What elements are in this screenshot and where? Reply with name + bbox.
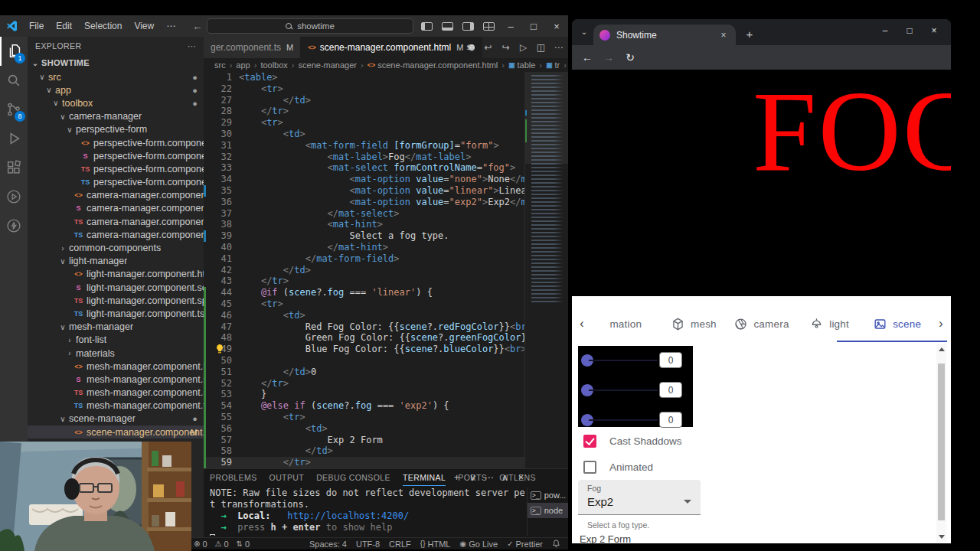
checkbox-cast-shaddows[interactable]: Cast Shaddows bbox=[583, 435, 682, 448]
close-icon[interactable]: × bbox=[514, 472, 528, 483]
minimize-button[interactable]: – bbox=[873, 21, 897, 41]
menu-view[interactable]: View bbox=[128, 21, 160, 31]
maximize-button[interactable]: □ bbox=[522, 21, 545, 32]
tree-item[interactable]: ∨toolbox● bbox=[28, 96, 204, 109]
fog-slider[interactable]: 0 bbox=[578, 412, 693, 429]
browser-tab[interactable]: Showtime × bbox=[593, 24, 736, 45]
editor-tab[interactable]: ger.component.tsM bbox=[204, 37, 301, 58]
fog-select-field[interactable]: Fog Exp2 bbox=[578, 480, 701, 515]
checkbox-unchecked-icon[interactable] bbox=[583, 461, 596, 474]
tab-search-chevron-icon[interactable]: ⌄ bbox=[578, 26, 590, 38]
scroll-up-icon[interactable] bbox=[939, 347, 945, 351]
page-scrollbar[interactable] bbox=[936, 344, 946, 543]
activity-files-icon[interactable]: 1 bbox=[0, 37, 28, 66]
editor-tab[interactable]: <>scene-manager.component.htmlM bbox=[301, 37, 482, 58]
breadcrumb-item[interactable]: src bbox=[214, 60, 226, 70]
back-icon[interactable]: ← bbox=[580, 50, 595, 65]
panel-tab-debug-console[interactable]: DEBUG CONSOLE bbox=[316, 469, 390, 486]
threejs-canvas[interactable]: FOG bbox=[572, 70, 951, 296]
menu-selection[interactable]: Selection bbox=[78, 21, 128, 31]
tree-item[interactable]: Smesh-manager.component.scss bbox=[28, 373, 204, 386]
tree-item[interactable]: TScamera-manager.component.spec.ts bbox=[28, 215, 204, 228]
breadcrumb-item[interactable]: ›▣table bbox=[498, 60, 535, 70]
fog-slider[interactable]: 0 bbox=[578, 352, 693, 369]
project-root[interactable]: ⌄ SHOWTIME bbox=[28, 55, 204, 70]
activity-extensions-icon[interactable] bbox=[0, 153, 28, 182]
tree-item[interactable]: ∨mesh-manager bbox=[28, 321, 204, 334]
status-0[interactable]: ⚠0 bbox=[215, 540, 229, 549]
tree-item[interactable]: ›font-list bbox=[28, 334, 204, 347]
split-icon[interactable]: ◫ bbox=[533, 42, 549, 53]
activity-circle-play-icon[interactable] bbox=[0, 182, 28, 211]
status-spaces-4[interactable]: Spaces: 4 bbox=[309, 540, 347, 549]
tree-item[interactable]: Sperspective-form.component.scss bbox=[28, 149, 204, 162]
breadcrumb-item[interactable]: ›scene-manager bbox=[288, 60, 357, 70]
tree-item[interactable]: ∨camera-manager bbox=[28, 110, 204, 123]
minimize-button[interactable]: – bbox=[499, 21, 522, 32]
command-center-search[interactable]: showtime bbox=[207, 18, 413, 34]
status-prettier[interactable]: ✓Prettier bbox=[507, 540, 543, 549]
status-crlf[interactable]: CRLF bbox=[389, 540, 411, 549]
breadcrumb-item[interactable]: ›▣td bbox=[560, 60, 568, 70]
kebab-icon[interactable]: ⋯ bbox=[482, 472, 496, 483]
panel-tab-problems[interactable]: PROBLEMS bbox=[210, 469, 257, 486]
panel-tab-output[interactable]: OUTPUT bbox=[270, 469, 305, 486]
explorer-actions-icon[interactable]: ⋯ bbox=[188, 41, 196, 51]
toggle-panel-icon[interactable] bbox=[442, 22, 453, 31]
tab-mesh[interactable]: mesh bbox=[660, 305, 728, 342]
tree-item[interactable]: TSperspective-form.component.spec.ts bbox=[28, 162, 204, 175]
tree-item[interactable]: <>camera-manager.component.html bbox=[28, 189, 204, 202]
status-html[interactable]: {}HTML bbox=[420, 540, 451, 549]
menu-file[interactable]: File bbox=[23, 21, 50, 31]
checkbox-animated[interactable]: Animated bbox=[583, 461, 653, 474]
activity-search-icon[interactable] bbox=[0, 66, 28, 95]
status-go-live[interactable]: ◉Go Live bbox=[459, 540, 498, 549]
status-utf-8[interactable]: UTF-8 bbox=[356, 540, 380, 549]
tab-mation[interactable]: mation bbox=[592, 305, 660, 342]
tree-item[interactable]: TSperspective-form.component.ts bbox=[28, 176, 204, 189]
close-button[interactable]: × bbox=[922, 21, 946, 41]
run-icon[interactable]: ▷ bbox=[515, 42, 531, 53]
maximize-button[interactable]: □ bbox=[897, 21, 922, 41]
tree-item[interactable]: <>scene-manager.component.htmlM bbox=[28, 425, 204, 439]
code-editor[interactable]: 1<table>22 <tr>27 </td>28 </tr>29 <tr>30… bbox=[204, 72, 524, 468]
tab-light[interactable]: light bbox=[795, 305, 864, 342]
scrollbar-thumb[interactable] bbox=[938, 364, 945, 520]
menu-edit[interactable]: Edit bbox=[50, 21, 78, 31]
back-icon[interactable]: ← bbox=[192, 21, 202, 32]
refresh-icon[interactable]: ↻ bbox=[622, 50, 638, 65]
tree-item[interactable]: TSlight-manager.component.ts bbox=[28, 307, 204, 320]
tree-item[interactable]: TSmesh-manager.component.spec.ts bbox=[28, 386, 204, 399]
checkbox-checked-icon[interactable] bbox=[583, 435, 596, 448]
tree-item[interactable]: <>light-manager.component.html bbox=[28, 268, 204, 281]
tree-item[interactable]: Scamera-manager.component.scss bbox=[28, 202, 204, 215]
tree-item[interactable]: TSlight-manager.component.spec.ts bbox=[28, 294, 204, 307]
breadcrumb-item[interactable]: ›<>scene-manager.component.html bbox=[357, 60, 498, 70]
tree-item[interactable]: ∨src● bbox=[28, 70, 204, 83]
menu-more[interactable]: ⋯ bbox=[160, 18, 181, 34]
tab-paginator-left-icon[interactable]: ‹ bbox=[572, 317, 592, 331]
tree-item[interactable]: ∨scene-manager● bbox=[28, 412, 204, 425]
terminal-output[interactable]: NOTE: Raw file sizes do not reflect deve… bbox=[210, 487, 525, 536]
activity-source-control-icon[interactable]: 8 bbox=[0, 95, 28, 124]
tree-item[interactable]: Slight-manager.component.scss bbox=[28, 281, 204, 294]
more-icon[interactable]: ⋯ bbox=[550, 42, 567, 53]
activity-run-debug-icon[interactable] bbox=[0, 124, 28, 153]
forward-icon[interactable]: → bbox=[601, 50, 616, 65]
tree-item[interactable]: ›materials bbox=[28, 347, 204, 360]
compare-icon[interactable]: ⇆ bbox=[462, 42, 479, 53]
status-bell[interactable] bbox=[552, 539, 560, 549]
tab-close-icon[interactable]: × bbox=[717, 30, 730, 41]
panel-tab-terminal[interactable]: TERMINAL bbox=[403, 469, 446, 486]
status-0[interactable]: ⇅0 bbox=[237, 540, 250, 549]
tree-item[interactable]: TScamera-manager.component.ts bbox=[28, 228, 204, 241]
tab-scene[interactable]: scene bbox=[863, 305, 931, 342]
fog-slider[interactable]: 0 bbox=[578, 382, 693, 399]
terminal-instance-pow[interactable]: >_pow... bbox=[528, 487, 568, 503]
tree-item[interactable]: ∨app● bbox=[28, 83, 204, 96]
tree-item[interactable]: ∨perspective-form bbox=[28, 123, 204, 136]
slider-value-input[interactable]: 0 bbox=[659, 382, 682, 398]
tree-item[interactable]: <>mesh-manager.component.html bbox=[28, 360, 204, 373]
tab-camera[interactable]: camera bbox=[727, 305, 795, 342]
breadcrumb-item[interactable]: ›▣tr bbox=[535, 60, 560, 70]
